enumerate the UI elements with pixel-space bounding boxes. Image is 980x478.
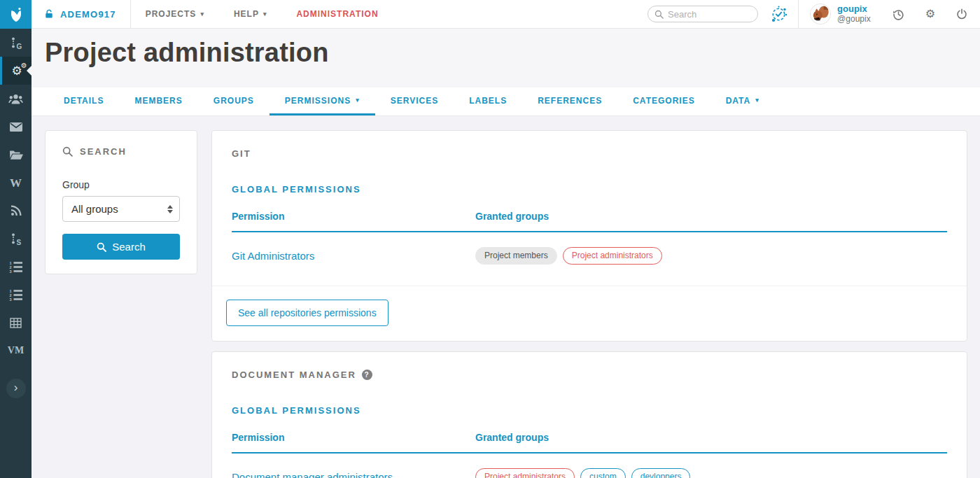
tab-details[interactable]: DETAILS <box>48 87 119 115</box>
tab-labels-label: LABELS <box>469 96 507 106</box>
sidebar-item-svn[interactable]: S <box>0 225 31 253</box>
tab-members[interactable]: MEMBERS <box>119 87 197 115</box>
caret-down-icon: ▾ <box>755 97 760 104</box>
tab-groups-label: GROUPS <box>214 96 254 106</box>
group-select-wrap: All groups <box>62 196 180 222</box>
user-names: goupix @goupix <box>837 4 871 24</box>
sidebar-item-project-admin[interactable]: ⚙⚙ <box>0 57 31 85</box>
document-manager-permissions-panel: DOCUMENT MANAGER ? GLOBAL PERMISSIONS Pe… <box>211 351 967 478</box>
avatar <box>810 3 831 24</box>
sidebar-item-mail[interactable] <box>0 113 31 141</box>
mail-icon <box>10 122 22 132</box>
tab-references[interactable]: REFERENCES <box>522 87 617 115</box>
tuleap-logo-icon <box>8 6 24 23</box>
rss-icon <box>10 205 22 216</box>
chevron-right-icon: › <box>6 379 26 398</box>
table-row: Document manager administrators Project … <box>232 453 947 478</box>
svg-text:S: S <box>16 239 21 246</box>
sidebar-item-documents[interactable] <box>0 141 31 169</box>
list-ol-icon: 1 2 3 <box>9 289 22 301</box>
tab-categories[interactable]: CATEGORIES <box>617 87 710 115</box>
svg-text:G: G <box>16 43 22 50</box>
tab-labels[interactable]: LABELS <box>454 87 522 115</box>
group-badge: Project administrators <box>475 468 575 478</box>
project-link[interactable]: ADEMO917 <box>31 0 130 28</box>
users-icon <box>8 93 23 105</box>
git-icon: G <box>10 36 22 49</box>
tab-groups[interactable]: GROUPS <box>198 87 270 115</box>
help-icon[interactable]: ? <box>362 370 372 380</box>
search-icon <box>62 146 73 157</box>
svg-text:?: ? <box>364 371 370 379</box>
svn-icon: S <box>10 232 22 245</box>
tab-data[interactable]: DATA ▾ <box>710 87 775 115</box>
page-title: Project administration <box>45 38 980 68</box>
document-manager-administrators-link[interactable]: Document manager administrators <box>232 471 393 478</box>
search-icon <box>654 10 664 19</box>
navbar-spacer <box>393 0 648 28</box>
search-input[interactable] <box>648 6 758 22</box>
git-global-permissions-subtitle: GLOBAL PERMISSIONS <box>232 184 947 195</box>
caret-down-icon: ▾ <box>263 11 267 17</box>
granted-groups-badges: Project members Project administrators <box>475 247 947 265</box>
menu-help[interactable]: HELP ▾ <box>219 0 282 28</box>
git-permissions-panel: GIT GLOBAL PERMISSIONS Permission Grante… <box>211 130 967 342</box>
wiki-icon: W <box>10 177 22 189</box>
table-grid-icon <box>10 318 22 328</box>
svg-text:3: 3 <box>10 269 12 272</box>
app-root: ADEMO917 PROJECTS ▾ HELP ▾ ADMINISTRATIO… <box>0 0 980 478</box>
column-header-permission: Permission <box>232 432 475 453</box>
search-panel-title: SEARCH <box>62 146 180 157</box>
search-submit-label: Search <box>112 241 146 253</box>
tab-services[interactable]: SERVICES <box>375 87 454 115</box>
list-ol-icon: 1 2 3 <box>9 261 22 273</box>
docman-permissions-table: Permission Granted groups Document manag… <box>232 432 947 478</box>
sidebar-item-news[interactable] <box>0 197 31 225</box>
git-panel-footer: See all repositories permissions <box>212 286 967 341</box>
git-administrators-link[interactable]: Git Administrators <box>232 250 314 262</box>
global-search <box>648 0 758 28</box>
tab-permissions[interactable]: PERMISSIONS ▾ <box>270 87 375 115</box>
sidebar-item-members[interactable] <box>0 85 31 113</box>
history-icon <box>892 8 904 20</box>
table-row: Git Administrators Project members Proje… <box>232 232 947 286</box>
sidebar-item-mediawiki[interactable]: VM <box>0 337 31 365</box>
menu-administration[interactable]: ADMINISTRATION <box>281 0 393 28</box>
sidebar-item-wiki[interactable]: W <box>0 169 31 197</box>
group-badge: Project administrators <box>563 247 662 265</box>
content-area: SEARCH Group All groups Search <box>31 116 980 478</box>
sidebar-item-trackers-alt[interactable]: 1 2 3 <box>0 281 31 309</box>
logout-button[interactable] <box>946 0 980 28</box>
see-all-repositories-permissions-button[interactable]: See all repositories permissions <box>226 300 388 326</box>
user-display-name: goupix <box>837 4 871 15</box>
history-button[interactable] <box>882 0 915 28</box>
user-menu[interactable]: goupix @goupix <box>799 0 882 28</box>
settings-button[interactable]: ⚙ <box>915 0 946 28</box>
tab-references-label: REFERENCES <box>538 96 602 106</box>
sidebar-item-trackers[interactable]: 1 2 3 <box>0 253 31 281</box>
connector-icon[interactable] <box>768 0 798 28</box>
group-badge: custom <box>580 468 626 478</box>
svg-text:3: 3 <box>10 297 12 300</box>
tab-permissions-label: PERMISSIONS <box>285 96 351 106</box>
menu-projects[interactable]: PROJECTS ▾ <box>131 0 219 28</box>
tab-services-label: SERVICES <box>391 96 438 106</box>
group-badge: Project members <box>475 247 557 265</box>
docman-global-permissions-subtitle: GLOBAL PERMISSIONS <box>232 405 947 416</box>
search-submit-button[interactable]: Search <box>62 234 180 260</box>
power-icon <box>956 8 967 20</box>
gears-icon: ⚙⚙ <box>11 65 22 77</box>
group-select[interactable]: All groups <box>62 196 180 222</box>
sidebar-item-cardwall[interactable] <box>0 309 31 337</box>
top-navbar: ADEMO917 PROJECTS ▾ HELP ▾ ADMINISTRATIO… <box>31 0 980 29</box>
tuleap-logo[interactable] <box>0 0 31 29</box>
tab-members-label: MEMBERS <box>134 96 182 106</box>
menu-help-label: HELP <box>234 9 259 19</box>
sidebar-item-git[interactable]: G <box>0 29 31 57</box>
menu-projects-label: PROJECTS <box>146 9 197 19</box>
folder-open-icon <box>9 150 23 160</box>
group-badge: devloppers <box>631 468 691 478</box>
sidebar-collapse-button[interactable]: › <box>0 373 31 404</box>
tab-categories-label: CATEGORIES <box>633 96 694 106</box>
granted-groups-badges: Project administrators custom devloppers <box>475 468 947 478</box>
